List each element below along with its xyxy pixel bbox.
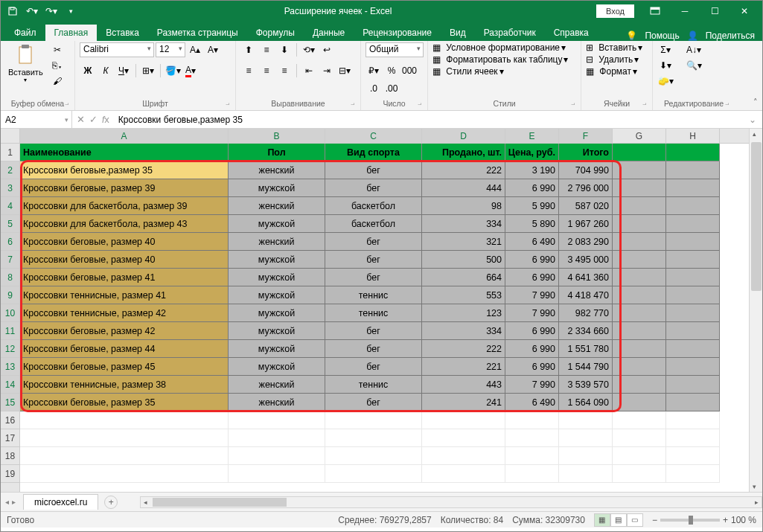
- data-cell[interactable]: женский: [229, 394, 325, 411]
- row-header[interactable]: 5: [1, 215, 19, 233]
- tab-dev[interactable]: Разработчик: [475, 25, 545, 41]
- save-icon[interactable]: [4, 3, 22, 19]
- zoom-in-icon[interactable]: +: [723, 515, 728, 525]
- row-header[interactable]: 1: [1, 144, 19, 161]
- row-header[interactable]: 7: [1, 251, 19, 269]
- data-cell[interactable]: бег: [325, 269, 422, 286]
- data-cell[interactable]: 3 539 570: [559, 376, 613, 394]
- data-cell[interactable]: 553: [422, 286, 505, 304]
- data-cell[interactable]: женский: [229, 161, 325, 179]
- data-cell[interactable]: 5 890: [505, 215, 559, 233]
- autosum-icon[interactable]: Σ▾: [657, 42, 674, 57]
- data-cell[interactable]: 241: [422, 394, 505, 411]
- cell[interactable]: [613, 358, 666, 376]
- data-cell[interactable]: бег: [325, 233, 422, 251]
- data-cell[interactable]: 4 641 360: [559, 269, 613, 286]
- cell[interactable]: [422, 447, 505, 465]
- row-header[interactable]: 16: [1, 411, 19, 429]
- cell[interactable]: [613, 429, 666, 447]
- header-cell[interactable]: Вид спорта: [325, 144, 422, 161]
- cell[interactable]: [20, 447, 229, 465]
- data-cell[interactable]: Кроссовки беговые, размер 40: [20, 251, 229, 269]
- cell[interactable]: [613, 269, 666, 286]
- header-cell[interactable]: Пол: [229, 144, 325, 161]
- cell[interactable]: [613, 233, 666, 251]
- currency-icon[interactable]: ₽▾: [365, 63, 382, 78]
- data-cell[interactable]: 6 490: [505, 394, 559, 411]
- data-cell[interactable]: Кроссовки для баскетбола, размер 39: [20, 197, 229, 215]
- cell[interactable]: [20, 465, 229, 483]
- data-cell[interactable]: баскетбол: [325, 197, 422, 215]
- data-cell[interactable]: Кроссовки теннисные, размер 41: [20, 286, 229, 304]
- merge-icon[interactable]: ⊟▾: [336, 63, 353, 78]
- format-painter-icon[interactable]: 🖌: [49, 74, 66, 89]
- indent-inc-icon[interactable]: ⇥: [319, 63, 335, 78]
- column-header[interactable]: F: [559, 129, 613, 143]
- data-cell[interactable]: 6 990: [505, 179, 559, 197]
- data-cell[interactable]: мужской: [229, 358, 325, 376]
- data-cell[interactable]: 98: [422, 197, 505, 215]
- data-cell[interactable]: баскетбол: [325, 215, 422, 233]
- cell[interactable]: [229, 447, 325, 465]
- cancel-formula-icon[interactable]: ✕: [77, 114, 85, 125]
- data-cell[interactable]: 221: [422, 358, 505, 376]
- indent-dec-icon[interactable]: ⇤: [301, 63, 317, 78]
- data-cell[interactable]: 982 770: [559, 304, 613, 322]
- cell[interactable]: [666, 286, 720, 304]
- format-cells-button[interactable]: ▦ Формат▾: [586, 66, 637, 77]
- cut-icon[interactable]: ✂: [49, 42, 66, 57]
- cell[interactable]: [505, 465, 559, 483]
- cell[interactable]: [325, 465, 422, 483]
- vertical-scrollbar[interactable]: [749, 129, 762, 492]
- qat-more-icon[interactable]: ▾: [62, 3, 80, 19]
- insert-cells-button[interactable]: ⊞ Вставить▾: [586, 42, 642, 53]
- delete-cells-button[interactable]: ⊟ Удалить▾: [586, 54, 639, 65]
- cell[interactable]: [613, 144, 666, 161]
- data-cell[interactable]: бег: [325, 394, 422, 411]
- border-icon[interactable]: ⊞▾: [140, 63, 156, 78]
- align-top-icon[interactable]: ⬆: [240, 42, 257, 57]
- cell[interactable]: [666, 215, 720, 233]
- formula-input[interactable]: [114, 113, 743, 126]
- clear-icon[interactable]: 🧽▾: [657, 74, 674, 89]
- data-cell[interactable]: Кроссовки теннисные, размер 42: [20, 304, 229, 322]
- select-all-corner[interactable]: [1, 129, 20, 144]
- data-cell[interactable]: 664: [422, 269, 505, 286]
- cell[interactable]: [325, 447, 422, 465]
- data-cell[interactable]: 500: [422, 251, 505, 269]
- data-cell[interactable]: 321: [422, 233, 505, 251]
- cell[interactable]: [20, 411, 229, 429]
- cell[interactable]: [559, 429, 613, 447]
- data-cell[interactable]: Кроссовки для баскетбола, размер 43: [20, 215, 229, 233]
- align-bottom-icon[interactable]: ⬇: [276, 42, 293, 57]
- header-cell[interactable]: Итого: [559, 144, 613, 161]
- cell[interactable]: [613, 197, 666, 215]
- data-cell[interactable]: мужской: [229, 269, 325, 286]
- data-cell[interactable]: бег: [325, 358, 422, 376]
- cell[interactable]: [613, 447, 666, 465]
- sort-filter-icon[interactable]: A↓▾: [681, 42, 706, 57]
- data-cell[interactable]: мужской: [229, 340, 325, 358]
- data-cell[interactable]: 222: [422, 340, 505, 358]
- data-cell[interactable]: мужской: [229, 286, 325, 304]
- cell[interactable]: [325, 411, 422, 429]
- cell[interactable]: [613, 394, 666, 411]
- data-cell[interactable]: 2 796 000: [559, 179, 613, 197]
- tellme-icon[interactable]: 💡: [626, 31, 637, 41]
- redo-icon[interactable]: ↷▾: [42, 3, 60, 19]
- underline-icon[interactable]: Ч▾: [115, 63, 132, 78]
- data-cell[interactable]: 6 990: [505, 251, 559, 269]
- data-cell[interactable]: 6 990: [505, 358, 559, 376]
- cell[interactable]: [666, 197, 720, 215]
- column-header[interactable]: A: [20, 129, 229, 143]
- cell[interactable]: [613, 215, 666, 233]
- grow-font-icon[interactable]: A▴: [187, 42, 203, 57]
- cell[interactable]: [613, 376, 666, 394]
- tab-view[interactable]: Вид: [441, 25, 475, 41]
- font-color-icon[interactable]: А▾: [182, 63, 199, 78]
- cell[interactable]: [20, 429, 229, 447]
- cell[interactable]: [505, 429, 559, 447]
- cell[interactable]: [505, 411, 559, 429]
- zoom-out-icon[interactable]: −: [652, 515, 657, 525]
- row-header[interactable]: 6: [1, 233, 19, 251]
